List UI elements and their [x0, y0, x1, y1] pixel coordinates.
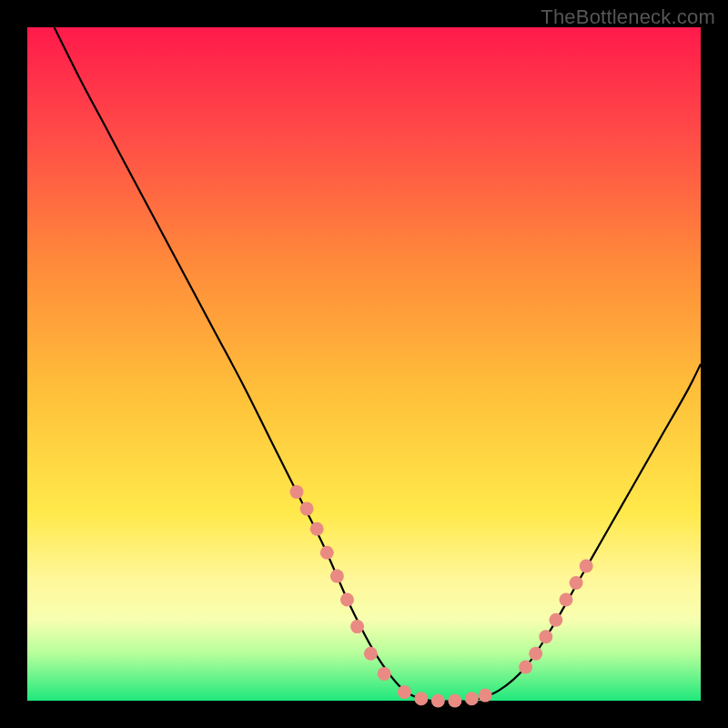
highlight-point: [340, 593, 354, 607]
plot-area: [27, 27, 701, 701]
highlight-point: [330, 570, 344, 583]
highlight-point: [290, 485, 304, 499]
highlight-point: [364, 647, 378, 661]
watermark-text: TheBottleneck.com: [541, 5, 715, 29]
highlight-point: [580, 560, 593, 573]
chart-frame: TheBottleneck.com: [0, 0, 728, 728]
highlight-point: [300, 502, 314, 516]
highlight-point: [465, 692, 479, 705]
highlight-point: [560, 593, 573, 607]
chart-canvas: [0, 0, 728, 728]
highlight-point: [529, 647, 542, 661]
highlight-point: [398, 685, 411, 699]
highlight-point: [378, 667, 391, 681]
highlight-point: [431, 694, 445, 708]
highlight-point: [414, 692, 428, 705]
highlight-point: [448, 694, 461, 708]
highlight-point: [310, 522, 324, 536]
highlight-point: [539, 630, 552, 643]
highlight-point: [519, 661, 532, 674]
highlight-point: [479, 689, 492, 703]
highlight-point: [350, 620, 364, 633]
highlight-point: [549, 613, 562, 627]
highlight-point: [570, 576, 583, 590]
highlight-point: [320, 546, 334, 560]
